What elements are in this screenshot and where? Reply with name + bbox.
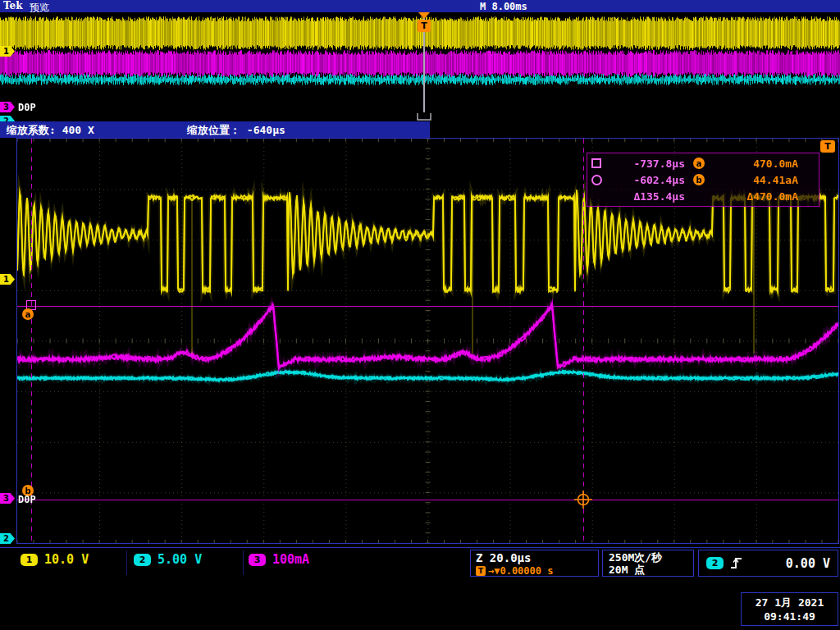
acquisition-info-box[interactable]: 250M次/秒 20M 点	[602, 550, 694, 577]
marker-label: 3	[3, 494, 9, 503]
sample-rate-readout: 250M次/秒	[609, 551, 687, 564]
channel-1-scale: 10.0 V	[44, 552, 89, 567]
overview-ch3-bus-label: D0P	[18, 102, 36, 113]
oscilloscope-screen: Tek 预览 M 8.00ms T 1 3 D0P 2 缩放系数: 400 X …	[0, 0, 840, 630]
cursor-a-amplitude: 470.0mA	[713, 158, 798, 170]
channel-3-readout[interactable]: 3 100mA	[249, 552, 309, 567]
cursor-b-amplitude: 44.41aA	[713, 174, 798, 186]
separator	[126, 550, 127, 575]
separator	[243, 550, 244, 575]
ch1-position-marker[interactable]: 1	[0, 274, 15, 285]
cursor-1-time: -737.8µs	[608, 158, 685, 170]
readout-row: Δ135.4µs Δ470.0mA	[591, 188, 815, 204]
trigger-position-value: →▼0.00000 s	[488, 565, 553, 577]
cursor-a-marker[interactable]: a	[22, 308, 34, 320]
channel-1-readout[interactable]: 1 10.0 V	[21, 552, 89, 567]
cursor-delta-amplitude: Δ470.0mA	[713, 190, 798, 203]
zoom-factor-readout: 缩放系数: 400 X	[7, 123, 94, 138]
date-readout: 27 1月 2021	[756, 596, 824, 609]
cursor-readout-panel: -737.8µs a 470.0mA -602.4µs b 44.41aA Δ1…	[587, 153, 819, 207]
ch3-position-marker[interactable]: 3	[0, 493, 15, 504]
trigger-source-badge: 2	[706, 557, 724, 569]
zoom-position-readout: 缩放位置： -640µs	[187, 123, 285, 138]
marker-label: 2	[3, 534, 9, 543]
datetime-box[interactable]: 27 1月 2021 09:41:49	[741, 592, 838, 626]
zoom-timebase-readout: Z 20.0µs	[476, 551, 593, 564]
trigger-position-readout: T →▼0.00000 s	[476, 565, 593, 577]
marker-label: a	[25, 310, 31, 319]
cursor-b-badge: b	[693, 174, 705, 185]
readout-row: -737.8µs a 470.0mA	[591, 155, 815, 171]
channel-3-badge: 3	[249, 554, 266, 566]
ch2-position-marker[interactable]: 2	[0, 533, 15, 544]
channel-3-scale: 100mA	[272, 552, 309, 567]
channel-2-badge: 2	[134, 554, 151, 566]
top-bar: Tek 预览 M 8.00ms	[0, 0, 840, 12]
trigger-level-readout: 0.00 V	[786, 556, 830, 571]
rising-edge-icon	[730, 556, 742, 570]
zoom-waveform-area: -737.8µs a 470.0mA -602.4µs b 44.41aA Δ1…	[16, 138, 839, 544]
channel-2-readout[interactable]: 2 5.00 V	[134, 552, 202, 567]
trigger-indicator-badge: T	[820, 140, 835, 153]
status-bar: 1 10.0 V 2 5.00 V 3 100mA Z 20.0µs T →▼0…	[0, 547, 840, 578]
marker-label: 1	[3, 47, 9, 56]
zoom-timebase-box[interactable]: Z 20.0µs T →▼0.00000 s	[470, 550, 599, 577]
cursor-delta-time: Δ135.4µs	[608, 190, 685, 203]
circle-cursor-icon	[591, 175, 602, 185]
readout-row: -602.4µs b 44.41aA	[591, 171, 815, 188]
marker-label: 3	[3, 103, 9, 112]
square-cursor-icon	[591, 158, 601, 168]
trigger-position-flag[interactable]: T	[418, 20, 431, 32]
brand-logo: Tek	[3, 0, 23, 11]
trigger-badge-label: T	[824, 141, 831, 152]
trigger-time-badge: T	[476, 566, 486, 576]
record-length-readout: 20M 点	[609, 564, 687, 576]
trigger-arrow-icon	[418, 12, 430, 19]
marker-label: 1	[3, 275, 9, 284]
channel-1-badge: 1	[21, 554, 38, 566]
trigger-flag-label: T	[421, 21, 427, 31]
ch3-bus-label: D0P	[18, 494, 36, 505]
cursor-2-time: -602.4µs	[608, 174, 685, 186]
trigger-settings-box[interactable]: 2 0.00 V	[698, 550, 838, 577]
channel-2-scale: 5.00 V	[158, 552, 202, 567]
cursor-a-badge: a	[693, 158, 705, 169]
time-readout: 09:41:49	[764, 609, 815, 623]
zoom-scale-bar: 缩放系数: 400 X 缩放位置： -640µs	[0, 121, 840, 138]
main-timebase-readout: M 8.00ms	[480, 1, 527, 12]
